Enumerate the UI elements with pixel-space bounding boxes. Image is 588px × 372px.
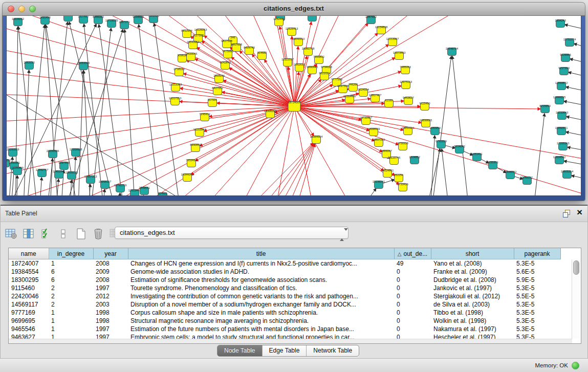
graph-node[interactable]: [308, 16, 317, 21]
table-cell: Estimation of the future numbers of pati…: [128, 325, 394, 333]
row-boxes-icon[interactable]: [57, 227, 70, 240]
table-cell: 1998: [93, 309, 128, 317]
table-row[interactable]: 969969511998Structural magnetic resonanc…: [9, 317, 560, 325]
graph-node-label: 6497568: [337, 84, 348, 87]
graph-node-label: 10899695: [420, 119, 432, 122]
graph-node-label: 20364436: [343, 95, 356, 98]
graph-node-label: 1733426: [397, 183, 408, 186]
table-row[interactable]: 1872400712008Changes of HCN gene express…: [9, 259, 560, 268]
status-bar: Memory: OK: [0, 358, 588, 372]
graph-node-label: 12325413: [286, 27, 298, 30]
graph-node-label: 15992971: [555, 126, 568, 129]
window-titlebar[interactable]: citations_edges.txt: [3, 3, 585, 16]
graph-node-label: 20053346: [77, 61, 90, 64]
graph-node-label: 12604542: [553, 156, 565, 159]
table-panel-header: Table Panel ×: [1, 205, 587, 222]
column-header-name[interactable]: name: [9, 248, 49, 259]
memory-status-dot[interactable]: [572, 362, 579, 369]
table-cell: 14569117: [9, 300, 49, 309]
graph-node-label: 939618: [178, 54, 187, 57]
table-cell: Estimation of significance thresholds fo…: [128, 276, 394, 284]
table-cell: 18724007: [9, 259, 49, 268]
graph-node-label: 8454749: [244, 46, 254, 49]
graph-node-label: 12093872: [555, 81, 568, 84]
graph-node-label: 16961758: [302, 47, 314, 50]
table-cell: 2012: [93, 292, 128, 300]
table-cell: Disruption of a novel member of a sodium…: [128, 300, 394, 309]
column-header-short[interactable]: short: [431, 248, 514, 259]
table-cell: 49: [394, 259, 431, 268]
graph-node-label: 9155301: [487, 161, 498, 164]
network-canvas[interactable]: 1611926226914061085328715276078466160107…: [7, 16, 581, 195]
table-cell: 5.5E-5: [514, 292, 560, 300]
table-cell: 2009: [93, 268, 128, 276]
graph-node-label: 8466160: [93, 16, 103, 18]
network-frame: 1611926226914061085328715276078466160107…: [3, 16, 585, 195]
graph-node-label: 16154838: [375, 26, 387, 29]
column-header-pagerank[interactable]: pagerank: [514, 248, 560, 259]
graph-node-label: 16543962: [187, 40, 199, 43]
graph-node-label: 15135141: [373, 180, 385, 183]
table-row[interactable]: 2242004622012Investigating the contribut…: [9, 292, 560, 300]
column-header-in-degree[interactable]: in_degree: [49, 248, 93, 259]
graph-node-label: 16210643: [556, 111, 568, 114]
tab-edge-table[interactable]: Edge Table: [262, 345, 307, 356]
column-header-year[interactable]: year: [93, 248, 128, 259]
graph-node-label: 9794028: [321, 65, 332, 69]
table-row[interactable]: 1830029562008Estimation of significance …: [9, 276, 560, 284]
graph-node-label: 12342757: [36, 168, 48, 171]
table-cell: Dudbridge et al. (2008): [431, 276, 514, 284]
graph-node-label: 18807293: [373, 138, 385, 141]
table-row[interactable]: 946554611997Estimation of the future num…: [9, 325, 560, 333]
table-cell: 0: [394, 325, 431, 333]
horizontal-scrollbar[interactable]: [9, 339, 572, 343]
table-cell: 5.3E-5: [514, 309, 560, 317]
create-column-icon[interactable]: [74, 227, 88, 240]
graph-node[interactable]: [64, 16, 73, 21]
graph-node-label: 9242843: [220, 61, 230, 64]
graph-node-label: 20206536: [47, 149, 59, 152]
table-cell: 9777169: [9, 309, 49, 317]
graph-node-label: 12213967: [386, 37, 399, 40]
table-cell: 9699695: [9, 317, 49, 325]
column-header-title[interactable]: title: [128, 248, 394, 259]
table-cell: 6: [49, 276, 93, 284]
graph-node-label: 12213383: [169, 83, 182, 86]
graph-node-label: 914682: [257, 51, 267, 54]
table-cell: Wolkin et al. (1998): [431, 317, 514, 325]
select-columns-icon[interactable]: [39, 227, 53, 240]
graph-node-label: 1252441: [273, 17, 284, 20]
table-row[interactable]: 1456911722003Disruption of a novel membe…: [9, 300, 560, 309]
table-cell: 2008: [93, 276, 128, 284]
table-cell: Tourette syndrome. Phenomenology and cla…: [128, 284, 394, 292]
table-cell: 2: [49, 300, 93, 309]
table-mode-icon[interactable]: [5, 227, 18, 240]
graph-node-label: 19654923: [402, 126, 414, 129]
graph-node-label: 1350351: [9, 161, 19, 164]
graph-node-label: 5675685: [222, 50, 233, 53]
vertical-scrollbar[interactable]: [572, 259, 580, 339]
graph-node-label: 9097548: [58, 161, 69, 164]
graph-node-label: 9827508: [221, 39, 232, 42]
table-row[interactable]: 977716911998Corpus callosum shape and si…: [9, 309, 560, 317]
delete-column-icon[interactable]: [92, 227, 105, 240]
table-cell: 5.3E-5: [514, 259, 560, 268]
table-source-combobox[interactable]: citations_edges.txt: [115, 227, 349, 239]
show-column-icon[interactable]: [22, 227, 35, 240]
graph-node-label: 8912954: [181, 29, 192, 32]
close-panel-icon[interactable]: ×: [577, 207, 582, 217]
table-cell: 5.9E-5: [514, 276, 560, 284]
tab-network-table[interactable]: Network Table: [306, 345, 359, 356]
float-panel-icon[interactable]: [563, 210, 570, 217]
table-row[interactable]: 1938455462009Genome-wide association stu…: [9, 268, 560, 276]
graph-node-label: 16958107: [99, 180, 111, 183]
graph-node-label: 252254: [394, 173, 403, 177]
column-header-out-de-[interactable]: △out_de...: [394, 248, 431, 259]
table-row[interactable]: 911546021997Tourette syndrome. Phenomeno…: [9, 284, 560, 292]
graph-node-label: 7381806: [148, 16, 159, 17]
tab-node-table[interactable]: Node Table: [217, 345, 262, 356]
graph-node-label: 9990443: [307, 65, 317, 69]
table-cell: Jankovic et al. (1997): [431, 284, 514, 292]
network-window: citations_edges.txt 16119262269140610853…: [3, 3, 585, 201]
scrollbar-thumb[interactable]: [573, 260, 579, 275]
